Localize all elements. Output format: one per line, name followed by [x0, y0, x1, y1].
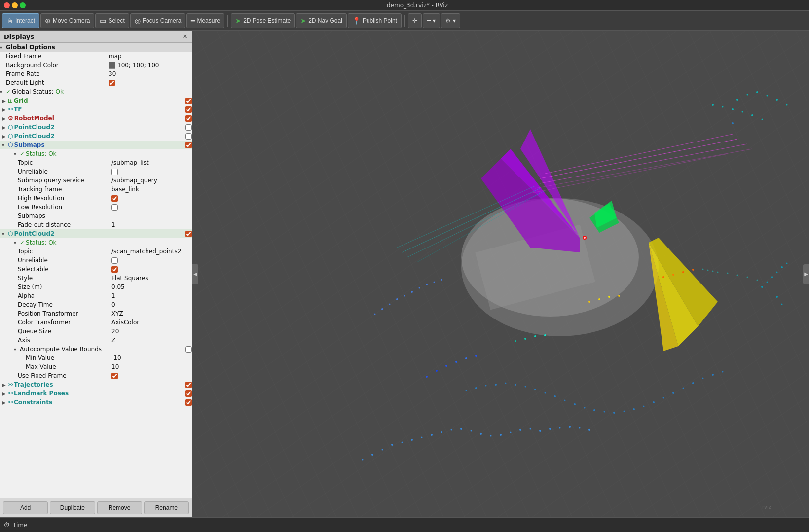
pc2-unreliable-checkbox[interactable]	[111, 257, 118, 264]
trajectories-checkbox[interactable]	[185, 382, 192, 388]
publish-point-button[interactable]: 📍 Publish Point	[348, 13, 402, 28]
move-camera-button[interactable]: ⊕ Move Camera	[40, 13, 94, 28]
svg-point-36	[564, 400, 566, 401]
grid-checkbox[interactable]	[185, 98, 192, 104]
landmark-checkbox[interactable]	[185, 390, 192, 397]
pc2-topic-row: Topic /scan_matched_points2	[0, 247, 192, 256]
frame-rate-value[interactable]: 30	[109, 71, 116, 77]
svg-point-65	[786, 104, 788, 106]
submaps-checkbox[interactable]	[185, 142, 192, 148]
pc2-3-expand[interactable]: ▾	[2, 231, 8, 237]
displays-close-button[interactable]: ✕	[182, 33, 188, 40]
displays-panel: Displays ✕ ▾ Global Options Fixed Frame …	[0, 31, 192, 517]
svg-point-28	[485, 385, 487, 387]
pc2-decay-name: Decay Time	[18, 301, 111, 308]
svg-point-10	[510, 432, 512, 433]
pc2-auto-expand[interactable]: ▾	[14, 347, 20, 352]
3d-viewport[interactable]: rviz ◀ ▶	[192, 31, 809, 517]
robotmodel-expand[interactable]: ▶	[2, 116, 8, 121]
pc2-usefixed-name: Use Fixed Frame	[18, 372, 111, 379]
pc2-queue-name: Queue Size	[18, 328, 111, 335]
axes-button[interactable]: ✛	[408, 13, 422, 28]
constraints-row: ▶ ⚯ Constraints	[0, 398, 192, 407]
pc2-usefixed-checkbox[interactable]	[111, 373, 118, 379]
pc2-style-value[interactable]: Flat Squares	[111, 275, 148, 282]
pc2-2-expand[interactable]: ▶	[2, 134, 8, 139]
default-light-checkbox[interactable]	[109, 80, 115, 86]
submaps-expand[interactable]: ▾	[2, 142, 8, 148]
landmark-label: Landmark Poses	[14, 390, 185, 397]
panel-collapse-right[interactable]: ▶	[803, 264, 809, 284]
tf-checkbox[interactable]	[185, 106, 192, 113]
select-button[interactable]: ▭ Select	[95, 13, 129, 28]
close-button[interactable]	[4, 2, 10, 8]
pc2-auto-checkbox[interactable]	[185, 346, 192, 353]
pc2-decay-value[interactable]: 0	[111, 301, 115, 308]
pc2-postrans-value[interactable]: XYZ	[111, 310, 123, 317]
global-options-header[interactable]: ▾ Global Options	[0, 43, 192, 52]
submaps-tracking-value[interactable]: base_link	[111, 186, 139, 193]
displays-content[interactable]: ▾ Global Options Fixed Frame map Backgro…	[0, 43, 192, 498]
panel-collapse-left[interactable]: ◀	[192, 264, 198, 284]
pose-estimate-icon: ➤	[235, 17, 241, 25]
tf-expand[interactable]: ▶	[2, 107, 8, 112]
pc2-selectable-checkbox[interactable]	[111, 266, 118, 273]
global-options-expand[interactable]: ▾	[0, 45, 6, 50]
settings-button[interactable]: ⚙▾	[441, 13, 460, 28]
submaps-query-value[interactable]: /submap_query	[111, 177, 157, 184]
add-button[interactable]: Add	[3, 501, 48, 514]
pc2-status-expand[interactable]: ▾	[14, 240, 20, 246]
pc2-maxval-value[interactable]: 10	[111, 363, 119, 370]
submaps-fadeout-value[interactable]: 1	[111, 221, 115, 228]
submaps-highres-checkbox[interactable]	[111, 195, 118, 202]
pc2-1-expand[interactable]: ▶	[2, 125, 8, 130]
submaps-lowres-checkbox[interactable]	[111, 204, 118, 211]
global-status-expand[interactable]: ▾	[0, 89, 6, 95]
pc2-axis-value[interactable]: Z	[111, 337, 115, 344]
robotmodel-checkbox[interactable]	[185, 115, 192, 122]
svg-point-121	[692, 269, 694, 271]
view-button[interactable]: ━▾	[423, 13, 440, 28]
minimize-button[interactable]	[12, 2, 18, 8]
pc2-minval-value[interactable]: -10	[111, 355, 121, 361]
maximize-button[interactable]	[20, 2, 26, 8]
rename-button[interactable]: Rename	[144, 501, 189, 514]
svg-point-126	[737, 275, 738, 276]
constraints-checkbox[interactable]	[185, 399, 192, 406]
pose-estimate-button[interactable]: ➤ 2D Pose Estimate	[231, 13, 295, 28]
pc2-1-checkbox[interactable]	[185, 124, 192, 131]
svg-point-120	[682, 271, 684, 273]
svg-point-3	[441, 431, 442, 433]
submaps-topic-value[interactable]: /submap_list	[111, 159, 149, 166]
pointcloud2-row-2: ▶ ⬡ PointCloud2	[0, 132, 192, 141]
pc2-topic-value[interactable]: /scan_matched_points2	[111, 248, 181, 255]
svg-point-71	[786, 263, 788, 264]
fixed-frame-value[interactable]: map	[109, 53, 122, 60]
duplicate-button[interactable]: Duplicate	[50, 501, 95, 514]
nav-goal-button[interactable]: ➤ 2D Nav Goal	[296, 13, 347, 28]
robotmodel-label: RobotModel	[14, 115, 185, 122]
constraints-expand[interactable]: ▶	[2, 400, 8, 405]
focus-camera-button[interactable]: ◎ Focus Camera	[130, 13, 186, 28]
pc2-style-name: Style	[18, 275, 111, 282]
landmark-expand[interactable]: ▶	[2, 391, 8, 396]
measure-button[interactable]: ━ Measure	[186, 13, 224, 28]
pc2-size-value[interactable]: 0.05	[111, 284, 125, 290]
focus-camera-icon: ◎	[135, 17, 141, 25]
pc2-alpha-value[interactable]: 1	[111, 292, 115, 299]
pc2-2-checkbox[interactable]	[185, 133, 192, 140]
submaps-status-expand[interactable]: ▾	[14, 151, 20, 157]
trajectories-expand[interactable]: ▶	[2, 382, 8, 388]
pc2-3-checkbox[interactable]	[185, 231, 192, 237]
color-swatch-bg[interactable]	[109, 62, 115, 69]
svg-point-82	[381, 308, 383, 310]
grid-expand[interactable]: ▶	[2, 98, 8, 104]
svg-point-117	[618, 295, 620, 297]
submaps-unreliable-checkbox[interactable]	[111, 169, 118, 175]
interact-button[interactable]: 🖱 Interact	[2, 13, 39, 28]
remove-button[interactable]: Remove	[97, 501, 142, 514]
pc2-coltrans-value[interactable]: AxisColor	[111, 319, 139, 326]
viewport-canvas[interactable]: rviz ◀ ▶	[192, 31, 809, 517]
constraints-icon: ⚯	[8, 399, 13, 406]
pc2-queue-value[interactable]: 20	[111, 328, 119, 335]
